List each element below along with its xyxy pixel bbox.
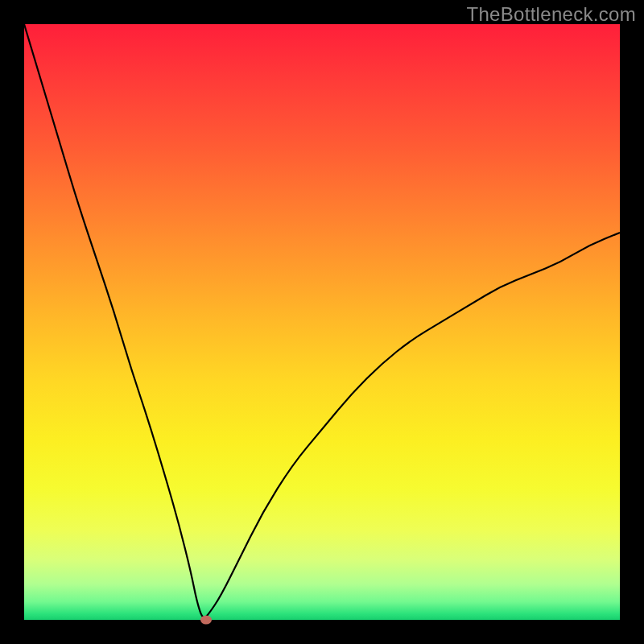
chart-frame: TheBottleneck.com xyxy=(0,0,644,644)
curve-path xyxy=(24,24,620,617)
plot-area xyxy=(24,24,620,620)
watermark-text: TheBottleneck.com xyxy=(466,3,636,26)
balance-marker xyxy=(200,616,212,625)
bottleneck-curve xyxy=(24,24,620,620)
